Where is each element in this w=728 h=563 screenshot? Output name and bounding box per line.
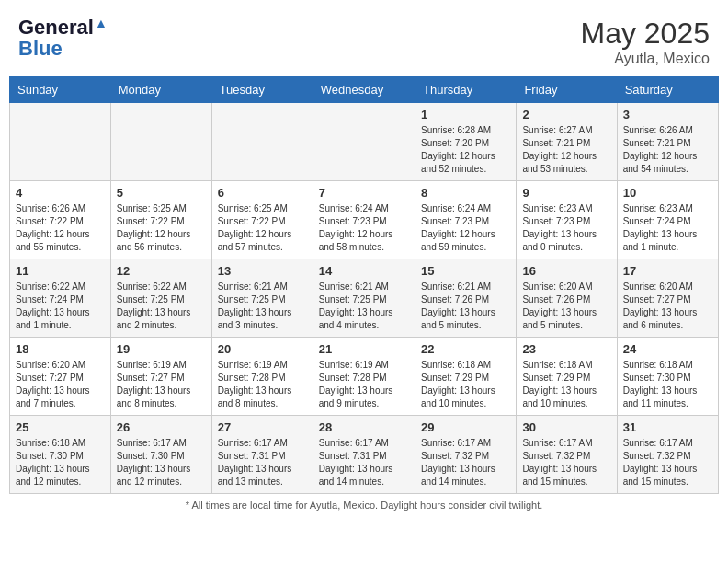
day-number: 1 xyxy=(421,108,510,121)
calendar-day-cell: 31Sunrise: 6:17 AM Sunset: 7:32 PM Dayli… xyxy=(617,416,718,494)
day-info: Sunrise: 6:26 AM Sunset: 7:21 PM Dayligh… xyxy=(623,124,712,176)
calendar-day-cell: 7Sunrise: 6:24 AM Sunset: 7:23 PM Daylig… xyxy=(313,181,415,259)
day-number: 13 xyxy=(218,264,307,278)
day-info: Sunrise: 6:21 AM Sunset: 7:25 PM Dayligh… xyxy=(218,281,307,332)
day-info: Sunrise: 6:17 AM Sunset: 7:31 PM Dayligh… xyxy=(218,437,307,488)
calendar-day-cell: 24Sunrise: 6:18 AM Sunset: 7:30 PM Dayli… xyxy=(617,338,718,416)
day-number: 8 xyxy=(421,186,510,200)
day-info: Sunrise: 6:17 AM Sunset: 7:30 PM Dayligh… xyxy=(117,437,206,488)
day-number: 18 xyxy=(16,342,105,356)
day-info: Sunrise: 6:17 AM Sunset: 7:31 PM Dayligh… xyxy=(319,437,409,488)
location: Ayutla, Mexico xyxy=(580,51,710,67)
day-info: Sunrise: 6:18 AM Sunset: 7:29 PM Dayligh… xyxy=(421,359,510,410)
calendar-day-cell: 23Sunrise: 6:18 AM Sunset: 7:29 PM Dayli… xyxy=(517,338,617,416)
calendar-day-cell: 14Sunrise: 6:21 AM Sunset: 7:25 PM Dayli… xyxy=(313,259,415,338)
logo: General▲ Blue xyxy=(18,17,108,59)
calendar-day-cell: 21Sunrise: 6:19 AM Sunset: 7:28 PM Dayli… xyxy=(313,338,415,416)
days-of-week-row: SundayMondayTuesdayWednesdayThursdayFrid… xyxy=(10,77,719,103)
calendar-week-row: 4Sunrise: 6:26 AM Sunset: 7:22 PM Daylig… xyxy=(10,181,719,259)
day-number: 21 xyxy=(319,342,409,356)
calendar-day-cell: 12Sunrise: 6:22 AM Sunset: 7:25 PM Dayli… xyxy=(110,259,211,338)
calendar-day-cell: 3Sunrise: 6:26 AM Sunset: 7:21 PM Daylig… xyxy=(617,103,718,181)
day-info: Sunrise: 6:28 AM Sunset: 7:20 PM Dayligh… xyxy=(421,124,510,176)
month-year: May 2025 xyxy=(580,17,710,51)
calendar-day-cell: 17Sunrise: 6:20 AM Sunset: 7:27 PM Dayli… xyxy=(617,259,718,338)
day-info: Sunrise: 6:25 AM Sunset: 7:22 PM Dayligh… xyxy=(218,202,307,254)
day-info: Sunrise: 6:19 AM Sunset: 7:27 PM Dayligh… xyxy=(117,359,206,410)
day-number: 12 xyxy=(117,264,206,278)
day-info: Sunrise: 6:20 AM Sunset: 7:27 PM Dayligh… xyxy=(16,359,105,410)
dow-header: Wednesday xyxy=(313,77,415,103)
day-info: Sunrise: 6:17 AM Sunset: 7:32 PM Dayligh… xyxy=(623,437,712,488)
calendar-week-row: 25Sunrise: 6:18 AM Sunset: 7:30 PM Dayli… xyxy=(10,416,719,494)
calendar-day-cell: 4Sunrise: 6:26 AM Sunset: 7:22 PM Daylig… xyxy=(10,181,111,259)
day-number: 10 xyxy=(623,186,712,200)
day-info: Sunrise: 6:22 AM Sunset: 7:25 PM Dayligh… xyxy=(117,281,206,332)
title-block: May 2025 Ayutla, Mexico xyxy=(580,17,710,67)
calendar-day-cell: 28Sunrise: 6:17 AM Sunset: 7:31 PM Dayli… xyxy=(313,416,415,494)
day-number: 29 xyxy=(421,420,510,434)
day-number: 16 xyxy=(522,264,610,278)
calendar-day-cell: 19Sunrise: 6:19 AM Sunset: 7:27 PM Dayli… xyxy=(110,338,211,416)
logo-blue: Blue xyxy=(18,39,108,59)
day-number: 4 xyxy=(16,186,105,200)
dow-header: Monday xyxy=(110,77,211,103)
calendar-day-cell: 6Sunrise: 6:25 AM Sunset: 7:22 PM Daylig… xyxy=(211,181,313,259)
day-info: Sunrise: 6:19 AM Sunset: 7:28 PM Dayligh… xyxy=(218,359,307,410)
day-info: Sunrise: 6:18 AM Sunset: 7:30 PM Dayligh… xyxy=(623,359,712,410)
day-number: 17 xyxy=(623,264,712,278)
day-number: 19 xyxy=(117,342,206,356)
day-info: Sunrise: 6:25 AM Sunset: 7:22 PM Dayligh… xyxy=(117,202,206,254)
day-number: 26 xyxy=(117,420,206,434)
calendar-day-cell: 25Sunrise: 6:18 AM Sunset: 7:30 PM Dayli… xyxy=(10,416,111,494)
calendar-day-cell: 2Sunrise: 6:27 AM Sunset: 7:21 PM Daylig… xyxy=(517,103,617,181)
day-number: 3 xyxy=(623,108,712,121)
calendar-week-row: 11Sunrise: 6:22 AM Sunset: 7:24 PM Dayli… xyxy=(10,259,719,338)
calendar-day-cell: 16Sunrise: 6:20 AM Sunset: 7:26 PM Dayli… xyxy=(517,259,617,338)
calendar-week-row: 18Sunrise: 6:20 AM Sunset: 7:27 PM Dayli… xyxy=(10,338,719,416)
day-number: 5 xyxy=(117,186,206,200)
day-info: Sunrise: 6:23 AM Sunset: 7:23 PM Dayligh… xyxy=(522,202,610,254)
dow-header: Tuesday xyxy=(211,77,313,103)
day-number: 6 xyxy=(218,186,307,200)
day-number: 7 xyxy=(319,186,409,200)
calendar-day-cell xyxy=(110,103,211,181)
day-number: 27 xyxy=(218,420,307,434)
dow-header: Thursday xyxy=(415,77,517,103)
daylight-label: Daylight hours xyxy=(381,500,445,511)
day-info: Sunrise: 6:19 AM Sunset: 7:28 PM Dayligh… xyxy=(319,359,409,410)
day-number: 28 xyxy=(319,420,409,434)
day-number: 15 xyxy=(421,264,510,278)
calendar-day-cell: 10Sunrise: 6:23 AM Sunset: 7:24 PM Dayli… xyxy=(617,181,718,259)
dow-header: Friday xyxy=(517,77,617,103)
dow-header: Sunday xyxy=(10,77,111,103)
day-info: Sunrise: 6:17 AM Sunset: 7:32 PM Dayligh… xyxy=(522,437,610,488)
day-info: Sunrise: 6:27 AM Sunset: 7:21 PM Dayligh… xyxy=(522,124,610,176)
calendar-day-cell xyxy=(313,103,415,181)
day-number: 23 xyxy=(522,342,610,356)
calendar-week-row: 1Sunrise: 6:28 AM Sunset: 7:20 PM Daylig… xyxy=(10,103,719,181)
calendar-day-cell: 15Sunrise: 6:21 AM Sunset: 7:26 PM Dayli… xyxy=(415,259,517,338)
calendar-day-cell: 29Sunrise: 6:17 AM Sunset: 7:32 PM Dayli… xyxy=(415,416,517,494)
day-number: 25 xyxy=(16,420,105,434)
calendar-day-cell: 30Sunrise: 6:17 AM Sunset: 7:32 PM Dayli… xyxy=(517,416,617,494)
day-info: Sunrise: 6:22 AM Sunset: 7:24 PM Dayligh… xyxy=(16,281,105,332)
day-info: Sunrise: 6:21 AM Sunset: 7:26 PM Dayligh… xyxy=(421,281,510,332)
calendar-day-cell: 13Sunrise: 6:21 AM Sunset: 7:25 PM Dayli… xyxy=(211,259,313,338)
day-info: Sunrise: 6:26 AM Sunset: 7:22 PM Dayligh… xyxy=(16,202,105,254)
calendar-day-cell: 27Sunrise: 6:17 AM Sunset: 7:31 PM Dayli… xyxy=(211,416,313,494)
day-info: Sunrise: 6:18 AM Sunset: 7:30 PM Dayligh… xyxy=(16,437,105,488)
calendar-day-cell: 8Sunrise: 6:24 AM Sunset: 7:23 PM Daylig… xyxy=(415,181,517,259)
dow-header: Saturday xyxy=(617,77,718,103)
day-info: Sunrise: 6:17 AM Sunset: 7:32 PM Dayligh… xyxy=(421,437,510,488)
day-info: Sunrise: 6:23 AM Sunset: 7:24 PM Dayligh… xyxy=(623,202,712,254)
calendar-day-cell: 26Sunrise: 6:17 AM Sunset: 7:30 PM Dayli… xyxy=(110,416,211,494)
day-info: Sunrise: 6:20 AM Sunset: 7:27 PM Dayligh… xyxy=(623,281,712,332)
calendar-day-cell: 9Sunrise: 6:23 AM Sunset: 7:23 PM Daylig… xyxy=(517,181,617,259)
day-number: 22 xyxy=(421,342,510,356)
calendar-day-cell: 5Sunrise: 6:25 AM Sunset: 7:22 PM Daylig… xyxy=(110,181,211,259)
day-number: 9 xyxy=(522,186,610,200)
day-info: Sunrise: 6:20 AM Sunset: 7:26 PM Dayligh… xyxy=(522,281,610,332)
day-number: 30 xyxy=(522,420,610,434)
day-number: 14 xyxy=(319,264,409,278)
